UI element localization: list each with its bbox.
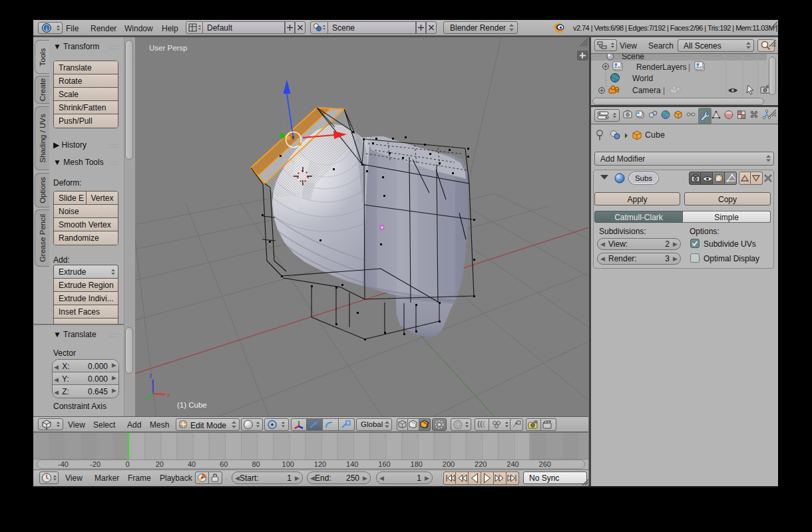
svg-text:-40: -40 — [58, 460, 69, 468]
svg-text:160: 160 — [378, 460, 390, 468]
svg-text:Cube: Cube — [645, 130, 665, 140]
svg-text:|: | — [688, 63, 690, 72]
svg-text:|: | — [663, 86, 665, 95]
svg-text:60: 60 — [220, 460, 228, 468]
svg-text:80: 80 — [252, 460, 260, 468]
svg-text:Scene: Scene — [622, 54, 644, 61]
svg-text:140: 140 — [346, 460, 358, 468]
svg-text:0: 0 — [125, 460, 129, 468]
svg-text:z: z — [149, 372, 152, 379]
svg-text:260: 260 — [539, 460, 551, 468]
svg-text:Camera: Camera — [632, 86, 661, 95]
svg-text:100: 100 — [282, 460, 294, 468]
svg-text:World: World — [632, 74, 653, 83]
svg-text:220: 220 — [475, 460, 487, 468]
svg-text:200: 200 — [443, 460, 455, 468]
svg-text:User Persp: User Persp — [149, 44, 188, 52]
svg-text:20: 20 — [156, 460, 164, 468]
svg-text:40: 40 — [188, 460, 196, 468]
svg-text:180: 180 — [411, 460, 423, 468]
svg-text:x: x — [167, 392, 170, 398]
svg-text:-20: -20 — [90, 460, 101, 468]
svg-text:240: 240 — [507, 460, 518, 468]
svg-text:120: 120 — [314, 460, 326, 468]
svg-text:(1) Cube: (1) Cube — [177, 401, 207, 409]
svg-text:RenderLayers: RenderLayers — [636, 63, 686, 72]
